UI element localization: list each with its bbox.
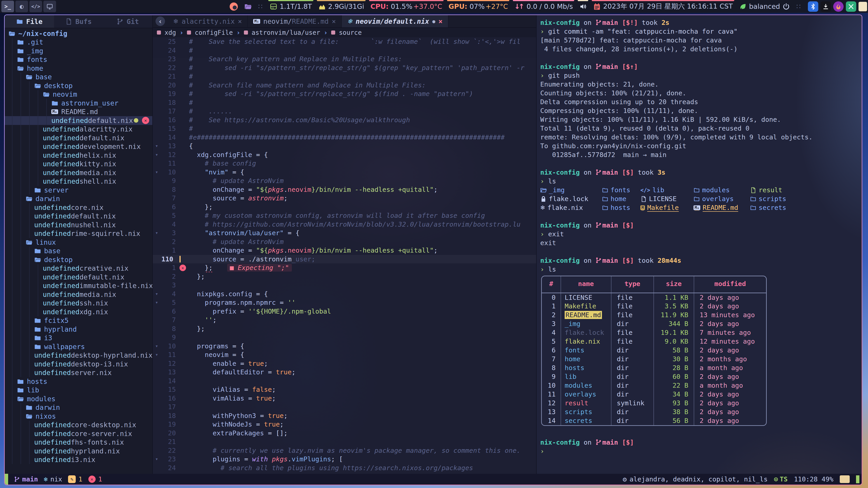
tree-item-.git[interactable]: .git [5, 38, 152, 47]
tree-item-neovim[interactable]: neovim [5, 90, 152, 99]
tree-item-development.nix[interactable]: undefineddevelopment.nix [5, 142, 152, 151]
tree-item-_img[interactable]: _img [5, 46, 152, 55]
tree-item-README.md[interactable]: M↓README.md [5, 107, 152, 116]
clock-module[interactable]: 2023年 07月 29日 星期六 16:16:11 CST [593, 0, 733, 13]
close-icon[interactable]: × [332, 18, 336, 25]
code-line[interactable]: 7 ''; [153, 316, 536, 324]
code-line[interactable]: 17 [153, 402, 536, 412]
tree-item-lib[interactable]: lib [5, 386, 152, 395]
close-icon[interactable]: × [438, 18, 442, 25]
tab-git[interactable]: Git [103, 15, 152, 28]
code-line[interactable]: 1 onChange = "${pkgs.neovim}/bin/nvim --… [153, 246, 536, 255]
disk-module[interactable]: 1.1T/1.8T [270, 0, 312, 13]
tree-item-hyprland.nix[interactable]: undefinedhyprland.nix [5, 447, 152, 455]
tree-item-xdg.nix[interactable]: undefinedxdg.nix [5, 307, 152, 316]
code-line[interactable]: ▾11 neovim = { [153, 350, 536, 359]
tree-item-i3.nix[interactable]: undefinedi3.nix [5, 455, 152, 464]
code-line[interactable]: 22 # currently we use lazy.nvim as neovi… [153, 446, 536, 455]
tree-item-wallpapers[interactable]: wallpapers [5, 342, 152, 351]
fold-marker[interactable]: ▾ [153, 151, 160, 159]
tree-item-media.nix[interactable]: undefinedmedia.nix [5, 168, 152, 177]
fold-marker[interactable]: ▾ [153, 342, 160, 351]
tree-item-~/nix-config[interactable]: ~/nix-config [5, 29, 152, 38]
tree-item-rime-squirrel.nix[interactable]: undefinedrime-squirrel.nix [5, 229, 152, 238]
folder-shortcut-icon[interactable] [244, 3, 252, 10]
code-line[interactable]: 8 onChange = "${pkgs.neovim}/bin/nvim --… [153, 185, 536, 194]
fold-marker[interactable]: ▾ [153, 298, 160, 307]
code-buffer[interactable]: 25# Save the selected text to a file: `:… [153, 37, 536, 485]
code-line[interactable]: 18# [153, 98, 536, 107]
fold-marker[interactable]: ▾ [153, 455, 160, 464]
statusline-diagnostic-error[interactable]: ✕ 1 [88, 475, 102, 483]
gpu-module[interactable]: GPU: 07%+27°C [448, 0, 508, 13]
fold-marker[interactable]: ▾ [153, 142, 160, 151]
code-line[interactable]: 21 [153, 437, 536, 446]
breadcrumb-segment[interactable]: astronvim/lua/user [252, 29, 320, 36]
code-line[interactable]: 17# ...... [153, 107, 536, 116]
fold-marker[interactable]: ▾ [153, 350, 160, 359]
code-line[interactable]: 18 withPython3 = true; [153, 412, 536, 420]
tree-item-media.nix[interactable]: undefinedmedia.nix [5, 290, 152, 299]
tree-item-server.nix[interactable]: undefinedserver.nix [5, 368, 152, 377]
tree-item-fonts[interactable]: fonts [5, 55, 152, 64]
tree-item-darwin[interactable]: darwin [5, 403, 152, 412]
buffer-tab-readme-md[interactable]: M↓ neovim/README.md × [248, 15, 342, 27]
tree-item-alacritty.nix[interactable]: undefinedalacritty.nix [5, 125, 152, 134]
code-line[interactable]: 12 enable = true; [153, 359, 536, 368]
code-line[interactable]: 20# Search file name pattern and Replace… [153, 81, 536, 90]
memory-module[interactable]: 2.9Gi/31Gi [318, 0, 364, 13]
terminal-pane[interactable]: nix-config on main [$!] took 2s› git com… [536, 15, 862, 485]
tab-bufs[interactable]: Bufs [54, 15, 103, 28]
statusline-diagnostic-warn[interactable]: ✎ 1 [68, 475, 82, 483]
tree-item-default.nix[interactable]: undefineddefault.nix [5, 133, 152, 142]
tree-item-desktop-i3.nix[interactable]: undefineddesktop-i3.nix [5, 360, 152, 368]
code-line[interactable]: 7 source = astronvim; [153, 194, 536, 203]
code-line[interactable]: 3 [153, 281, 536, 290]
fold-marker[interactable]: ▾ [153, 290, 160, 298]
code-line[interactable]: 8 }; [153, 324, 536, 333]
code-line[interactable]: 2 }; [153, 272, 536, 281]
recorder-tray-icon[interactable] [230, 2, 238, 11]
code-line[interactable]: 23# Search key pattern and Replace in Mu… [153, 55, 536, 64]
workspace-button-code[interactable]: </> [29, 1, 42, 12]
bluetooth-icon[interactable] [808, 1, 818, 12]
tree-item-astronvim_user[interactable]: astronvim_user [5, 99, 152, 107]
code-line[interactable]: 2 # update AstroNvim [153, 237, 536, 246]
code-line[interactable]: 21# [153, 72, 536, 81]
tree-item-desktop[interactable]: desktop [5, 81, 152, 90]
buffer-tab-default-nix[interactable]: ❄ neovim/default.nix ● × [342, 15, 448, 27]
battery-tray-icon[interactable] [859, 2, 867, 11]
tree-item-core-desktop.nix[interactable]: undefinedcore-desktop.nix [5, 421, 152, 429]
tree-item-hyprland[interactable]: hyprland [5, 325, 152, 334]
statusline-branch[interactable]: main [14, 475, 38, 483]
tab-file[interactable]: File [5, 15, 54, 28]
tree-item-immutable-file.nix[interactable]: undefinedimmutable-file.nix [5, 282, 152, 290]
code-line[interactable]: ▾12 xdg.configFile = { [153, 151, 536, 159]
tree-item-shell.nix[interactable]: undefinedshell.nix [5, 177, 152, 186]
workspace-button-terminal[interactable]: >_ [1, 1, 14, 12]
tree-item-helix.nix[interactable]: undefinedhelix.nix [5, 151, 152, 160]
back-button[interactable]: ‹ [156, 17, 165, 26]
tree-item-server[interactable]: server [5, 186, 152, 195]
tree-item-core-server.nix[interactable]: undefinedcore-server.nix [5, 429, 152, 438]
code-line[interactable]: 9 # update AstroNvim [153, 176, 536, 185]
tree-item-darwin[interactable]: darwin [5, 195, 152, 203]
workspace-button-browser[interactable]: ◐ [16, 1, 28, 12]
tree-item-default.nix[interactable]: undefineddefault.nix [5, 212, 152, 221]
tree-item-i3[interactable]: i3 [5, 334, 152, 343]
tree-item-nixos[interactable]: nixos [5, 412, 152, 421]
code-line[interactable]: 5 # my cusotom astronvim config, astronv… [153, 211, 536, 220]
tree-item-default.nix[interactable]: undefineddefault.nix✕ [5, 116, 152, 125]
tree-item-nushell.nix[interactable]: undefinednushell.nix [5, 221, 152, 229]
volume-module[interactable] [579, 0, 587, 13]
close-icon[interactable]: × [238, 18, 242, 25]
code-line[interactable]: 13 defaultEditor = true; [153, 368, 536, 377]
code-line[interactable]: 11 # base config [153, 159, 536, 168]
tree-item-creative.nix[interactable]: undefinedcreative.nix [5, 264, 152, 273]
fold-marker[interactable]: ▾ [153, 229, 160, 237]
workspace-button-monitor[interactable] [43, 1, 56, 12]
code-line[interactable]: 110 source = ./astronvim_user; [153, 255, 536, 264]
code-line[interactable]: 25# Save the selected text to a file: `:… [153, 37, 536, 46]
code-line[interactable]: 20 extraPackages = []; [153, 429, 536, 437]
code-line[interactable]: 4 # https://github.com/AstroNvim/AstroNv… [153, 220, 536, 229]
